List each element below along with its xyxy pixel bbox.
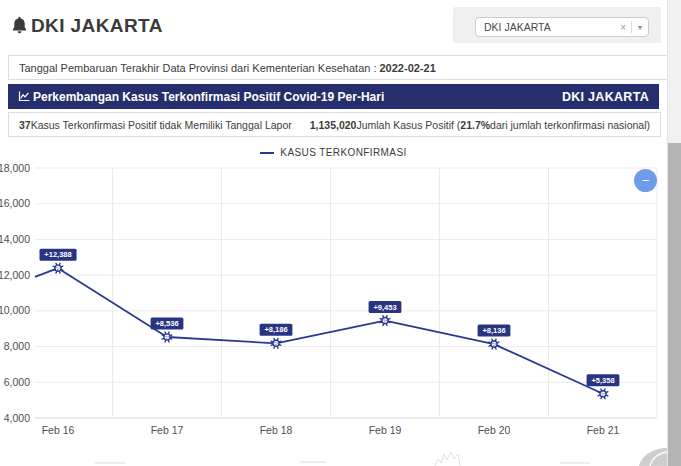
chevron-down-icon[interactable]: ▾	[632, 23, 648, 32]
update-bar: Tanggal Pembaruan Terakhir Data Provinsi…	[8, 55, 669, 80]
svg-text:+12,388: +12,388	[44, 250, 71, 259]
data-point-marker[interactable]	[598, 389, 608, 399]
stats-left: 37Kasus Terkonfirmasi Positif tidak Memi…	[19, 119, 292, 131]
svg-text:+8,186: +8,186	[264, 325, 287, 334]
header-logo: DKI JAKARTA	[10, 15, 163, 37]
y-axis-tick: 12,000	[0, 269, 30, 281]
legend-line-swatch	[260, 152, 274, 154]
clear-icon[interactable]: ×	[615, 22, 631, 33]
svg-text:+8,536: +8,536	[155, 319, 178, 328]
svg-text:+8,136: +8,136	[482, 326, 505, 335]
y-axis-tick: 18,000	[0, 162, 30, 174]
national-share-pct: 21.7%	[460, 119, 490, 131]
page-title: DKI JAKARTA	[31, 15, 163, 37]
bell-icon	[10, 16, 29, 37]
line-chart-icon	[18, 91, 30, 102]
x-axis-tick: Feb 16	[42, 424, 75, 436]
svg-text:+9,453: +9,453	[373, 303, 396, 312]
data-point-label: +12,388	[40, 249, 77, 261]
x-axis-tick: Feb 21	[587, 424, 620, 436]
data-point-label: +8,536	[151, 318, 184, 330]
banner-title: Perkembangan Kasus Terkonfirmasi Positif…	[33, 90, 384, 104]
series-line	[35, 268, 603, 394]
update-date: 2022-02-21	[380, 62, 436, 74]
no-report-label: Kasus Terkonfirmasi Positif tidak Memili…	[31, 119, 292, 131]
region-filter-box: DKI JAKARTA × ▾	[453, 7, 661, 43]
region-select-value: DKI JAKARTA	[476, 21, 615, 33]
stats-bar: 37Kasus Terkonfirmasi Positif tidak Memi…	[8, 112, 661, 137]
data-point-marker[interactable]	[489, 339, 499, 349]
no-report-count: 37	[19, 119, 31, 131]
y-axis-tick: 16,000	[0, 197, 30, 209]
legend-label: KASUS TERKONFIRMASI	[280, 147, 406, 158]
x-axis-tick: Feb 19	[369, 424, 402, 436]
data-point-label: +9,453	[369, 301, 402, 313]
y-axis-tick: 8,000	[4, 340, 30, 352]
update-label: Tanggal Pembaruan Terakhir Data Provinsi…	[19, 62, 377, 74]
data-point-label: +8,136	[478, 325, 511, 337]
chart-legend[interactable]: KASUS TERKONFIRMASI	[0, 147, 667, 158]
collapse-button[interactable]: −	[634, 169, 657, 192]
minus-icon: −	[642, 173, 650, 188]
national-share-label: dari jumlah terkonfirmasi nasional)	[490, 119, 650, 131]
region-select[interactable]: DKI JAKARTA × ▾	[475, 17, 649, 37]
banner-region: DKI JAKARTA	[562, 90, 649, 104]
total-cases-label: Jumlah Kasus Positif (	[356, 119, 460, 131]
data-point-label: +8,186	[260, 324, 293, 336]
y-axis-tick: 10,000	[0, 304, 30, 316]
x-axis-tick: Feb 17	[151, 424, 184, 436]
total-cases-value: 1,135,020	[310, 119, 357, 131]
page: { "colors": { "navy": "#262f6d", "line":…	[0, 0, 681, 466]
x-axis-tick: Feb 18	[260, 424, 293, 436]
data-point-marker[interactable]	[162, 332, 172, 342]
section-banner: Perkembangan Kasus Terkonfirmasi Positif…	[8, 84, 659, 109]
data-point-label: +5,358	[587, 374, 620, 386]
y-axis-tick: 4,000	[4, 412, 30, 424]
y-axis-tick: 6,000	[4, 376, 30, 388]
x-axis-tick: Feb 20	[478, 424, 511, 436]
stats-right: 1,135,020Jumlah Kasus Positif (21.7%dari…	[310, 119, 650, 131]
data-point-marker[interactable]	[380, 316, 390, 326]
line-chart[interactable]: 18,00016,00014,00012,00010,0008,0006,000…	[0, 160, 667, 466]
data-point-marker[interactable]	[53, 263, 63, 273]
y-axis-tick: 14,000	[0, 233, 30, 245]
scrollbar-thumb[interactable]	[668, 143, 681, 466]
svg-text:+5,358: +5,358	[591, 376, 614, 385]
